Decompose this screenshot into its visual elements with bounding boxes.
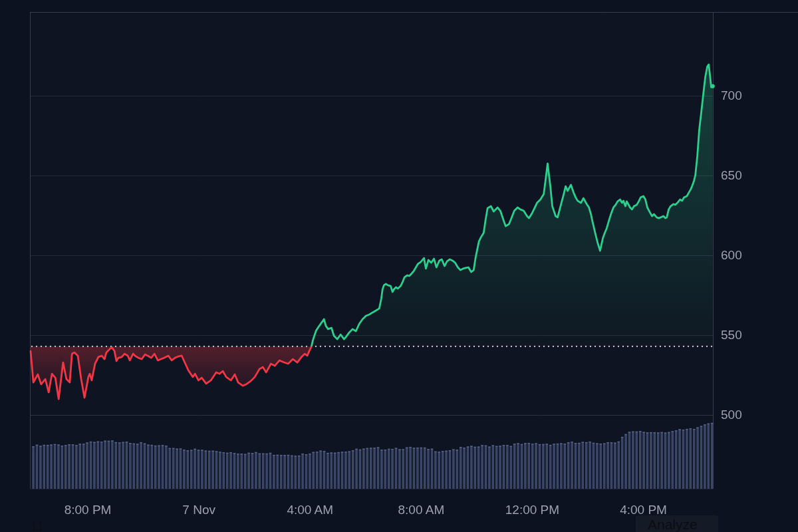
- y-axis-label-600: 600: [721, 249, 742, 262]
- x-axis-label-8-00-am: 8:00 AM: [398, 503, 445, 517]
- x-axis-label-4-00-am: 4:00 AM: [287, 503, 333, 517]
- chart-stage: 700650600550500 8:00 PM7 Nov4:00 AM8:00 …: [0, 0, 798, 532]
- y-axis-label-550: 550: [721, 329, 742, 342]
- x-axis-label-4-00-pm: 4:00 PM: [620, 503, 667, 517]
- y-axis-label-650: 650: [721, 169, 742, 182]
- stray-text-11: 11: [30, 518, 45, 532]
- crypto-price-chart-page: { "page": { "background": "#0d1220" }, "…: [0, 0, 798, 532]
- x-axis-label-8-00-pm: 8:00 PM: [65, 503, 112, 517]
- price-chart-canvas[interactable]: [0, 0, 798, 532]
- y-axis-label-500: 500: [721, 408, 742, 422]
- context-menu: Analyze: [636, 515, 718, 532]
- x-axis-label-7-nov: 7 Nov: [182, 503, 215, 517]
- x-axis-label-12-00-pm: 12:00 PM: [505, 503, 559, 517]
- menu-item-analyze[interactable]: Analyze: [636, 515, 718, 532]
- y-axis-label-700: 700: [721, 89, 742, 102]
